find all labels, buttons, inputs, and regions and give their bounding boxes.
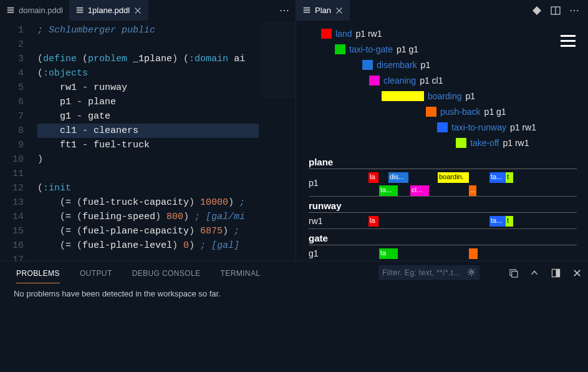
diamond-icon[interactable] — [532, 6, 542, 16]
timeline-bar[interactable]: t — [506, 216, 513, 227]
svg-rect-13 — [511, 271, 517, 277]
legend-args: p1 rw1 — [503, 138, 529, 148]
timeline-row: rw1lata...t — [309, 213, 577, 229]
tab-1plane[interactable]: 1plane.pddl — [69, 0, 148, 21]
tab-plan[interactable]: Plan — [296, 0, 350, 21]
svg-rect-8 — [304, 11, 311, 12]
panel-tabbar: Plan ⋯ — [296, 0, 588, 21]
timeline-bar[interactable]: cl... — [410, 185, 429, 196]
svg-rect-7 — [304, 7, 311, 8]
filter-placeholder: Filter. Eg: text, **/*.t... — [382, 268, 465, 277]
problems-body: No problems have been detected in the wo… — [0, 284, 588, 303]
tab-label: Plan — [315, 6, 331, 15]
legend-color-box — [426, 107, 436, 117]
legend-action-link[interactable]: push-back — [440, 107, 481, 117]
legend-action-link[interactable]: taxi-to-runway — [451, 122, 506, 132]
legend-action-link[interactable]: boarding — [428, 91, 462, 101]
timeline-bar[interactable]: la — [369, 216, 378, 227]
tab-label: domain.pddl — [19, 6, 63, 15]
row-label: p1 — [309, 178, 365, 188]
tab-terminal[interactable]: TERMINAL — [221, 263, 261, 283]
timeline-row: g1ta — [309, 245, 577, 261]
editor-tabbar: domain.pddl 1plane.pddl ⋯ — [0, 0, 296, 21]
legend-args: p1 g1 — [484, 107, 506, 117]
svg-point-11 — [470, 270, 473, 273]
section-header: gate — [309, 233, 577, 245]
file-icon — [302, 6, 311, 15]
collapse-all-icon[interactable] — [508, 268, 518, 278]
timeline-bar[interactable]: dis... — [388, 172, 408, 183]
legend-color-box — [369, 76, 380, 86]
timeline-bar[interactable]: ta... — [489, 216, 507, 227]
legend-color-box — [437, 122, 448, 132]
svg-rect-6 — [304, 9, 311, 11]
timeline-bar[interactable]: ... — [469, 185, 476, 196]
filter-settings-icon[interactable] — [467, 268, 476, 278]
section-header: plane — [309, 157, 577, 169]
file-icon — [75, 6, 84, 15]
legend-action-link[interactable]: taxi-to-gate — [349, 44, 393, 54]
timeline-bar[interactable]: t — [506, 172, 513, 183]
legend-action-link[interactable]: take-off — [470, 138, 499, 148]
file-icon — [6, 6, 15, 15]
tab-debug-console[interactable]: DEBUG CONSOLE — [132, 263, 201, 283]
close-icon[interactable] — [335, 6, 344, 15]
svg-rect-1 — [7, 7, 14, 8]
legend-args: p1 — [466, 91, 476, 101]
editor-overflow-icon[interactable]: ⋯ — [273, 4, 296, 16]
legend-args: p1 — [421, 60, 431, 70]
timeline-bar[interactable]: ta... — [489, 172, 507, 183]
legend-action-link[interactable]: land — [335, 29, 352, 39]
legend-args: p1 cl1 — [420, 76, 443, 86]
svg-rect-3 — [77, 9, 84, 11]
filter-input[interactable]: Filter. Eg: text, **/*.t... — [378, 265, 480, 280]
close-icon[interactable] — [133, 6, 142, 15]
legend-args: p1 rw1 — [510, 122, 536, 132]
legend-color-box — [335, 44, 345, 54]
legend-action-link[interactable]: disembark — [377, 60, 417, 70]
plan-legend: landp1 rw1taxi-to-gatep1 g1disembarkp1cl… — [309, 27, 577, 149]
svg-rect-5 — [77, 11, 84, 12]
legend-args: p1 rw1 — [355, 29, 382, 39]
row-label: g1 — [309, 248, 365, 258]
menu-icon[interactable] — [561, 32, 576, 50]
legend-action-link[interactable]: cleaning — [383, 76, 416, 86]
svg-rect-2 — [7, 11, 14, 12]
timeline-bar[interactable]: boardin. — [438, 172, 469, 183]
timeline-row: p1ladis...ta...cl...boardin....ta...t — [309, 169, 577, 197]
tab-problems[interactable]: PROBLEMS — [16, 263, 60, 283]
legend-color-box — [456, 138, 466, 148]
timeline-bar[interactable]: ta... — [379, 185, 398, 196]
legend-color-box — [321, 29, 332, 39]
timeline-bar[interactable]: la — [369, 172, 378, 183]
legend-color-box — [382, 91, 424, 101]
legend-color-box — [362, 60, 373, 70]
maximize-panel-icon[interactable] — [551, 268, 561, 278]
svg-rect-0 — [7, 9, 14, 11]
overflow-icon[interactable]: ⋯ — [569, 6, 579, 16]
plan-view: landp1 rw1taxi-to-gatep1 g1disembarkp1cl… — [296, 21, 588, 261]
line-gutter: 1234567891011121314151617 — [0, 21, 34, 261]
code-editor[interactable]: 1234567891011121314151617 ; Schlumberger… — [0, 21, 296, 261]
legend-args: p1 g1 — [397, 44, 418, 54]
chevron-up-icon[interactable] — [529, 268, 539, 278]
code-area[interactable]: ; Schlumberger public(define (problem _1… — [37, 21, 296, 261]
row-label: rw1 — [309, 216, 365, 226]
svg-rect-15 — [556, 269, 559, 277]
close-panel-icon[interactable] — [572, 268, 582, 278]
timeline-bar[interactable] — [469, 248, 478, 259]
section-header: runway — [309, 200, 577, 213]
svg-rect-4 — [77, 7, 84, 8]
tab-domain[interactable]: domain.pddl — [0, 0, 69, 21]
timeline-bar[interactable]: ta — [379, 248, 398, 259]
tab-output[interactable]: OUTPUT — [80, 263, 112, 283]
split-editor-icon[interactable] — [551, 6, 561, 16]
tab-label: 1plane.pddl — [88, 6, 130, 15]
bottom-panel-tabs: PROBLEMS OUTPUT DEBUG CONSOLE TERMINAL F… — [0, 262, 588, 284]
